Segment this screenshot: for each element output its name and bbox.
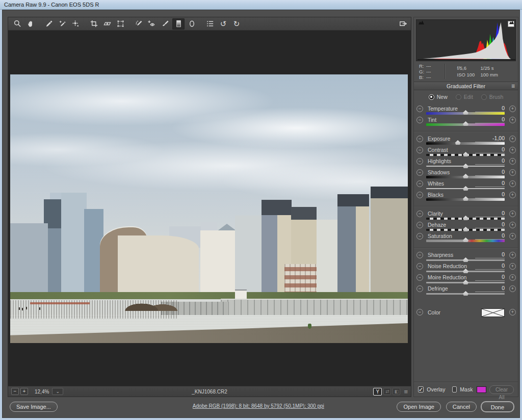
slider-increment-button[interactable]: +: [509, 274, 516, 281]
slider-thumb[interactable]: [463, 238, 468, 242]
slider-decrement-button[interactable]: −: [416, 106, 423, 112]
slider-value-field[interactable]: 0: [475, 158, 505, 165]
color-increment-button[interactable]: +: [509, 309, 516, 316]
slider-thumb[interactable]: [463, 269, 468, 273]
zoom-level-dropdown[interactable]: ⌄: [52, 388, 63, 395]
preferences-icon[interactable]: [204, 18, 216, 30]
mask-checkbox[interactable]: [452, 386, 457, 392]
slider-track[interactable]: [426, 198, 505, 201]
slider-value-field[interactable]: 0: [475, 116, 505, 123]
slider-value-field[interactable]: 0: [475, 210, 505, 217]
slider-increment-button[interactable]: +: [509, 169, 516, 176]
crop-tool-icon[interactable]: [88, 18, 100, 30]
spot-removal-tool-icon[interactable]: [133, 18, 145, 30]
photo[interactable]: [10, 74, 408, 343]
slider-decrement-button[interactable]: −: [416, 222, 423, 228]
slider-thumb[interactable]: [455, 140, 461, 145]
slider-track[interactable]: [426, 229, 505, 231]
mode-new[interactable]: New: [429, 94, 448, 100]
slider-track[interactable]: [426, 188, 505, 189]
straighten-tool-icon[interactable]: [101, 18, 113, 30]
slider-thumb[interactable]: [463, 216, 468, 220]
hand-tool-icon[interactable]: [24, 18, 37, 30]
mode-edit[interactable]: Edit: [456, 94, 473, 100]
rotate-ccw-icon[interactable]: ↺: [217, 18, 229, 30]
slider-decrement-button[interactable]: −: [416, 180, 423, 187]
slider-thumb[interactable]: [463, 196, 468, 201]
slider-value-field[interactable]: 0: [475, 180, 505, 187]
slider-increment-button[interactable]: +: [509, 222, 516, 228]
panel-menu-icon[interactable]: ≡: [511, 82, 515, 90]
slider-thumb[interactable]: [463, 257, 468, 262]
done-button[interactable]: Done: [481, 401, 514, 412]
slider-value-field[interactable]: 0: [475, 251, 505, 258]
slider-decrement-button[interactable]: −: [416, 252, 423, 258]
slider-track[interactable]: [426, 154, 505, 156]
slider-increment-button[interactable]: +: [509, 136, 516, 142]
slider-increment-button[interactable]: +: [509, 180, 516, 187]
slider-track[interactable]: [426, 218, 505, 220]
slider-thumb[interactable]: [463, 291, 468, 296]
slider-increment-button[interactable]: +: [509, 263, 516, 270]
transform-tool-icon[interactable]: [114, 18, 126, 30]
slider-track[interactable]: [426, 293, 505, 295]
slider-track[interactable]: [426, 176, 505, 178]
slider-value-field[interactable]: 0: [475, 262, 505, 270]
slider-thumb[interactable]: [463, 186, 468, 191]
slider-thumb[interactable]: [463, 121, 468, 126]
swap-before-after-button[interactable]: ⇄: [383, 388, 391, 395]
open-image-button[interactable]: Open Image: [397, 402, 441, 412]
slider-thumb[interactable]: [463, 164, 468, 168]
slider-increment-button[interactable]: +: [509, 147, 516, 153]
slider-increment-button[interactable]: +: [509, 117, 516, 123]
radial-filter-tool-icon[interactable]: [186, 18, 198, 30]
slider-track[interactable]: [426, 282, 505, 283]
cancel-button[interactable]: Cancel: [446, 402, 477, 412]
targeted-adjustment-tool-icon[interactable]: [69, 18, 82, 30]
color-decrement-button[interactable]: −: [416, 309, 423, 316]
color-sampler-tool-icon[interactable]: [56, 18, 68, 30]
zoom-out-button[interactable]: −: [11, 388, 19, 395]
slider-value-field[interactable]: 0: [475, 285, 505, 292]
slider-decrement-button[interactable]: −: [416, 136, 423, 142]
slider-value-field[interactable]: 0: [475, 232, 505, 240]
fullscreen-toggle-icon[interactable]: [397, 18, 409, 30]
slider-increment-button[interactable]: +: [509, 158, 516, 165]
slider-track[interactable]: [426, 271, 505, 272]
copy-settings-button[interactable]: ◧: [393, 388, 400, 395]
slider-decrement-button[interactable]: −: [416, 263, 423, 270]
red-eye-removal-tool-icon[interactable]: [146, 18, 158, 30]
slider-value-field[interactable]: -1,00: [475, 135, 505, 142]
slider-track[interactable]: [426, 123, 505, 126]
slider-decrement-button[interactable]: −: [416, 158, 423, 165]
slider-increment-button[interactable]: +: [509, 252, 516, 258]
slider-decrement-button[interactable]: −: [416, 274, 423, 281]
slider-track[interactable]: [426, 259, 505, 261]
slider-thumb[interactable]: [463, 227, 468, 231]
slider-track[interactable]: [426, 166, 505, 167]
slider-increment-button[interactable]: +: [509, 106, 516, 112]
slider-decrement-button[interactable]: −: [416, 169, 423, 176]
workflow-options-link[interactable]: Adobe RGB (1998); 8 bit; 8648 by 5792 (5…: [193, 403, 324, 409]
slider-value-field[interactable]: 0: [475, 221, 505, 228]
slider-decrement-button[interactable]: −: [416, 285, 423, 292]
slider-thumb[interactable]: [463, 280, 468, 284]
view-options-icon[interactable]: ≡: [404, 388, 408, 396]
slider-value-field[interactable]: 0: [475, 191, 505, 198]
slider-value-field[interactable]: 0: [475, 146, 505, 153]
save-image-button[interactable]: Save Image...: [10, 402, 58, 412]
overlay-checkbox[interactable]: [418, 386, 424, 392]
zoom-tool-icon[interactable]: [11, 18, 23, 30]
graduated-filter-tool-icon[interactable]: [172, 18, 185, 30]
slider-thumb[interactable]: [463, 110, 468, 115]
slider-decrement-button[interactable]: −: [416, 117, 423, 123]
shadow-clipping-toggle[interactable]: [417, 21, 424, 27]
zoom-in-button[interactable]: +: [20, 388, 28, 395]
image-preview-area[interactable]: [8, 31, 411, 387]
before-after-toggle-button[interactable]: Y: [373, 388, 382, 396]
adjustment-brush-tool-icon[interactable]: [159, 18, 171, 30]
mask-color-swatch[interactable]: [477, 386, 486, 393]
slider-decrement-button[interactable]: −: [416, 192, 423, 198]
slider-increment-button[interactable]: +: [509, 192, 516, 198]
highlight-clipping-toggle[interactable]: [508, 21, 514, 27]
